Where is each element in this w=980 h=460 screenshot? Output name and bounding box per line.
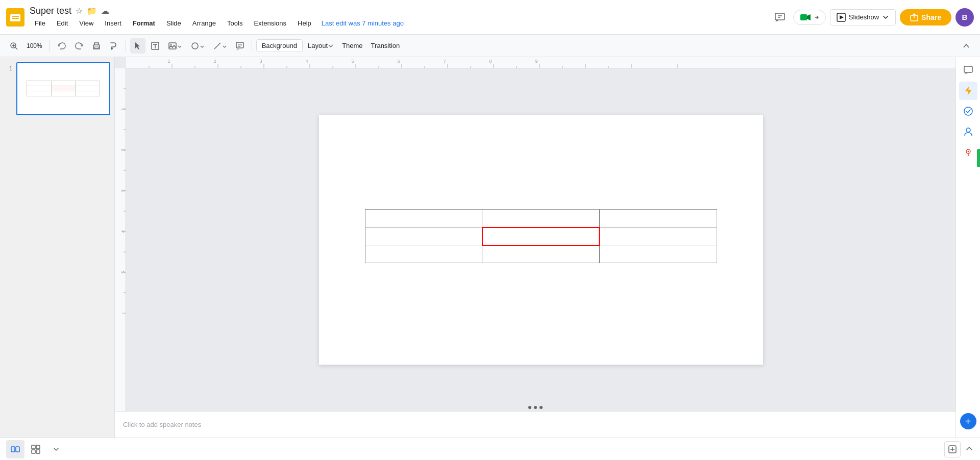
share-button[interactable]: Share [900, 9, 951, 25]
select-tool-button[interactable] [130, 38, 145, 54]
theme-button[interactable]: Theme [339, 38, 365, 54]
table-row [365, 227, 717, 245]
menu-view[interactable]: View [74, 17, 99, 29]
add-sidebar-button[interactable]: + [960, 413, 976, 429]
table-row [365, 210, 717, 227]
toolbar-collapse-button[interactable] [959, 38, 974, 54]
svg-point-87 [967, 151, 969, 152]
top-bar: Super test ☆ 📁 ☁ File Edit View Insert F… [0, 0, 980, 35]
comments-button[interactable] [771, 8, 789, 27]
paint-format-button[interactable] [106, 38, 121, 54]
comment-tool-button[interactable] [232, 38, 248, 54]
slide-number: 1 [4, 65, 12, 71]
slideshow-label: Slideshow [849, 13, 879, 21]
canvas-area: 1 2 3 4 5 6 7 8 9 [115, 57, 955, 438]
svg-text:3: 3 [120, 189, 126, 192]
menu-file[interactable]: File [30, 17, 51, 29]
ruler-left: 1 2 3 4 5 [115, 68, 126, 411]
redo-button[interactable] [71, 38, 87, 54]
table-cell[interactable] [482, 245, 600, 263]
slide-panel: 1 [0, 57, 115, 438]
cloud-icon[interactable]: ☁ [101, 6, 109, 16]
document-title[interactable]: Super test [30, 6, 71, 16]
svg-text:6: 6 [397, 59, 400, 64]
add-notes-button[interactable] [944, 441, 961, 457]
menu-edit[interactable]: Edit [52, 17, 73, 29]
slide-canvas-container[interactable] [126, 68, 955, 411]
undo-button[interactable] [54, 38, 69, 54]
expand-notes-button[interactable] [965, 444, 974, 455]
svg-text:7: 7 [443, 59, 446, 64]
title-area: Super test ☆ 📁 ☁ File Edit View Insert F… [30, 6, 404, 29]
tasks-sidebar-button[interactable] [959, 102, 977, 120]
print-button[interactable] [89, 38, 104, 54]
shape-tool-button[interactable] [187, 38, 208, 54]
last-edit-link[interactable]: Last edit was 7 minutes ago [322, 19, 404, 27]
menu-tools[interactable]: Tools [222, 17, 248, 29]
people-sidebar-button[interactable] [959, 122, 977, 141]
maps-sidebar-button[interactable] [959, 143, 977, 161]
star-icon[interactable]: ☆ [76, 6, 83, 16]
slide-dot [528, 406, 531, 409]
svg-rect-2 [12, 18, 19, 19]
line-tool-button[interactable] [210, 38, 230, 54]
slide-table[interactable] [365, 209, 717, 263]
zoom-menu-button[interactable] [6, 38, 21, 54]
menu-arrange[interactable]: Arrange [187, 17, 221, 29]
svg-text:8: 8 [489, 59, 492, 64]
svg-text:9: 9 [535, 59, 537, 64]
image-tool-button[interactable] [165, 38, 185, 54]
svg-text:5: 5 [120, 271, 126, 273]
folder-icon[interactable]: 📁 [87, 6, 97, 16]
menu-slide[interactable]: Slide [161, 17, 186, 29]
table-cell[interactable] [365, 227, 482, 245]
table-cell[interactable] [365, 245, 482, 263]
text-tool-button[interactable] [148, 38, 163, 54]
table-cell[interactable] [599, 245, 717, 263]
menu-format[interactable]: Format [128, 17, 160, 29]
user-avatar[interactable]: B [955, 8, 974, 27]
table-cell[interactable] [365, 210, 482, 227]
transition-button[interactable]: Transition [368, 38, 403, 54]
menu-insert[interactable]: Insert [100, 17, 127, 29]
speaker-notes[interactable]: Click to add speaker notes [115, 411, 955, 438]
filmstrip-view-button[interactable] [6, 440, 24, 458]
menu-help[interactable]: Help [292, 17, 316, 29]
svg-marker-9 [840, 15, 844, 19]
svg-rect-91 [36, 445, 40, 449]
meet-button[interactable] [793, 10, 826, 25]
app-icon[interactable] [6, 8, 24, 27]
svg-text:1: 1 [120, 108, 126, 110]
collapse-panel-button[interactable] [47, 440, 65, 458]
speaker-notes-placeholder: Click to add speaker notes [123, 421, 201, 428]
svg-rect-17 [94, 47, 99, 48]
svg-point-85 [966, 128, 970, 132]
main-area: 1 [0, 57, 980, 438]
table-cell[interactable] [599, 227, 717, 245]
zoom-level-button[interactable]: 100% [23, 38, 45, 54]
layout-button[interactable]: Layout [305, 38, 337, 54]
green-sidebar-tab[interactable] [977, 149, 980, 167]
svg-rect-93 [36, 450, 40, 453]
table-cell[interactable] [482, 210, 600, 227]
background-button[interactable]: Background [256, 39, 303, 52]
lightning-sidebar-button[interactable] [959, 82, 977, 100]
svg-rect-90 [32, 445, 35, 449]
svg-marker-7 [807, 14, 811, 20]
last-edit-label: Last edit was 7 minutes ago [322, 19, 404, 27]
svg-rect-89 [16, 447, 19, 452]
slide-table-wrapper [365, 209, 717, 263]
svg-rect-82 [964, 66, 972, 72]
svg-rect-22 [169, 43, 176, 49]
menu-bar: File Edit View Insert Format Slide Arran… [30, 17, 404, 29]
menu-extensions[interactable]: Extensions [249, 17, 291, 29]
table-cell-selected[interactable] [482, 227, 600, 245]
slideshow-button[interactable]: Slideshow [830, 9, 896, 25]
comments-sidebar-button[interactable] [959, 61, 977, 80]
slide-thumbnail[interactable] [16, 62, 110, 115]
table-cell[interactable] [599, 210, 717, 227]
toolbar-right [959, 38, 974, 54]
grid-view-button[interactable] [27, 440, 45, 458]
slide-dots [528, 406, 543, 409]
slide-main[interactable] [319, 115, 763, 365]
